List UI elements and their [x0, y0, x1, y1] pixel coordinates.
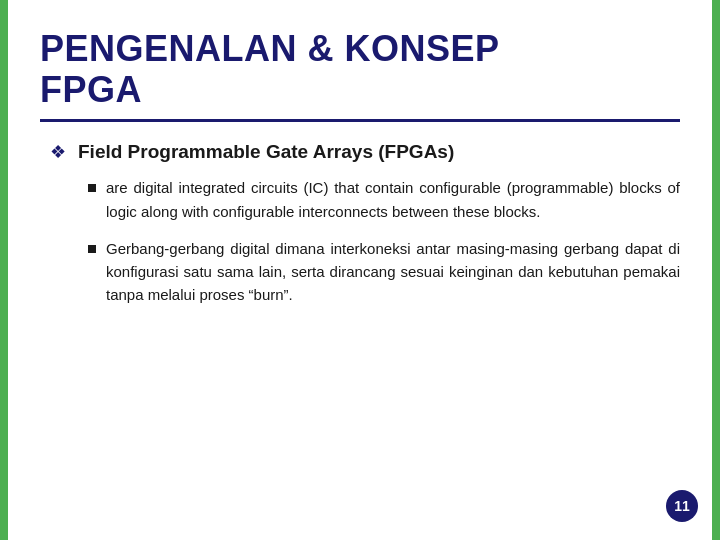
main-bullet-item: ❖ Field Programmable Gate Arrays (FPGAs): [50, 140, 680, 165]
page-number-text: 11: [674, 498, 690, 514]
content-section: ❖ Field Programmable Gate Arrays (FPGAs)…: [40, 140, 680, 307]
left-border-accent: [0, 0, 8, 540]
sub-bullet-text-1: are digital integrated circuits (IC) tha…: [106, 176, 680, 223]
title-section: PENGENALAN & KONSEP FPGA: [40, 28, 680, 122]
sub-bullets-container: are digital integrated circuits (IC) tha…: [50, 176, 680, 306]
slide-container: PENGENALAN & KONSEP FPGA ❖ Field Program…: [0, 0, 720, 540]
slide-title: PENGENALAN & KONSEP FPGA: [40, 28, 680, 111]
main-bullet-text: Field Programmable Gate Arrays (FPGAs): [78, 140, 454, 165]
right-border-accent: [712, 0, 720, 540]
title-line1: PENGENALAN & KONSEP: [40, 28, 500, 69]
sub-bullet-item-1: are digital integrated circuits (IC) tha…: [88, 176, 680, 223]
title-divider: [40, 119, 680, 122]
sub-bullet-text-2: Gerbang-gerbang digital dimana interkone…: [106, 237, 680, 307]
square-bullet-icon-2: [88, 245, 96, 253]
page-number-badge: 11: [666, 490, 698, 522]
title-line2: FPGA: [40, 69, 142, 110]
sub-bullet-item-2: Gerbang-gerbang digital dimana interkone…: [88, 237, 680, 307]
square-bullet-icon-1: [88, 184, 96, 192]
diamond-bullet-icon: ❖: [50, 141, 66, 163]
